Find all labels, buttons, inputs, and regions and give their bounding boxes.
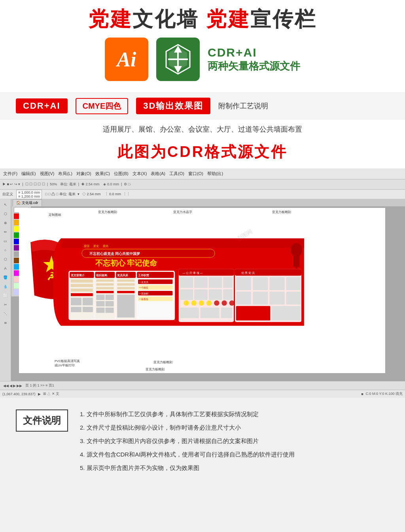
svg-point-78 <box>206 300 212 306</box>
svg-rect-89 <box>253 277 268 291</box>
svg-rect-67 <box>180 277 193 288</box>
tool-shape[interactable]: ▭ <box>1 237 10 245</box>
editor-toolbar2: ▶ ■ ↩ ↪ ▾ | ☐ ☐ ☐ ☐ ☐ | 50% 单位: 毫米 | ◈ 2… <box>0 179 405 190</box>
menu-tools[interactable]: 工具(O) <box>169 171 184 177</box>
svg-rect-41 <box>96 301 104 306</box>
label-acrylic4: 亚克力板雕刻 <box>153 360 172 364</box>
svg-rect-95 <box>286 292 301 305</box>
file-notes-section: 文件说明 1. 文件中所标制作工艺仅供参考，具体制作工艺要根据实际情况制定 2.… <box>0 398 405 489</box>
ai-icon: Ai <box>105 38 148 81</box>
svg-rect-48 <box>117 279 134 282</box>
menu-edit[interactable]: 编辑(E) <box>21 171 36 177</box>
label-acrylic2: 亚克力板雕刻 <box>272 210 291 214</box>
editor-section: 文件(F) 编辑(E) 视图(V) 布局(L) 对象(O) 效果(C) 位图(B… <box>0 168 405 398</box>
tool-eyedrop[interactable]: 💧 <box>1 283 10 291</box>
svg-rect-71 <box>180 289 193 300</box>
svg-rect-28 <box>71 298 81 305</box>
tool-3d[interactable]: ⋱ <box>1 310 10 318</box>
menu-window[interactable]: 窗口(O) <box>188 171 203 177</box>
note-item-3: 3. 文件中的文字和图片内容仅供参考，图片请根据自己的文案和图片 <box>80 436 389 446</box>
svg-text:爱国: 爱国 <box>84 245 89 248</box>
tags-row: CDR+AI CMYE四色 3D输出效果图 附制作工艺说明 <box>0 92 405 120</box>
svg-text:— 公·开·事·项 —: — 公·开·事·项 — <box>182 272 202 274</box>
svg-point-76 <box>191 300 197 306</box>
svg-rect-88 <box>236 277 251 291</box>
tool-fill[interactable]: 🪣 <box>1 274 10 281</box>
menu-effect[interactable]: 效果(C) <box>95 171 110 177</box>
svg-rect-94 <box>269 292 284 305</box>
file-tab[interactable]: 🏠 文化墙.cdr <box>13 199 42 206</box>
info-line1: 适用展厅、展馆、办公室、会议室、大厅、过道等公共墙面布置 <box>103 125 302 133</box>
tool-text[interactable]: A <box>1 264 10 272</box>
svg-rect-90 <box>269 277 284 291</box>
svg-rect-82 <box>180 308 199 318</box>
svg-rect-38 <box>96 291 114 293</box>
menu-help[interactable]: 帮助(出) <box>207 171 223 177</box>
editor-menubar[interactable]: 文件(F) 编辑(E) 视图(V) 布局(L) 对象(O) 效果(C) 位图(B… <box>0 168 405 179</box>
menu-text[interactable]: 文本(X) <box>132 171 147 177</box>
svg-rect-97 <box>272 306 301 321</box>
tag-cdr-ai: CDR+AI <box>16 98 68 113</box>
label-crystal: 亚克力水晶字 <box>173 210 192 214</box>
tool-ellipse[interactable]: ○ <box>1 246 10 254</box>
svg-rect-39 <box>96 295 104 300</box>
svg-text:不忘初心跟党走 同心共筑中国梦: 不忘初心跟党走 同心共筑中国梦 <box>89 251 140 256</box>
svg-point-80 <box>221 300 227 306</box>
top-section: 党建文化墙 党建宣传栏 Ai CDR+AI 两种矢量格式源文件 <box>0 0 405 92</box>
label-acrylic1: 亚克力板雕刻 <box>98 210 117 214</box>
left-tools-panel: ↖ ⬡ ⊕ ✏ ▭ ○ ⬡ A 🪣 💧 ⬜ ✂ ⋱ ≋ <box>0 199 11 381</box>
tool-select[interactable]: ↖ <box>1 201 10 209</box>
tag-note: 附制作工艺说明 <box>218 101 268 111</box>
svg-text:一个岗位: 一个岗位 <box>139 287 148 289</box>
svg-rect-36 <box>96 283 114 286</box>
svg-rect-72 <box>194 289 208 300</box>
dimension-value: ≡ 1,000.0 mm≡ 1,200.0 mm <box>16 190 42 199</box>
svg-text:一名党员: 一名党员 <box>139 281 148 283</box>
svg-rect-27 <box>71 293 93 296</box>
tool-zoom[interactable]: ⊕ <box>1 219 10 227</box>
file-notes-label: 文件说明 <box>16 409 68 432</box>
nav-arrows[interactable]: ◀◀ ◀ ▶ ▶▶ <box>3 384 22 388</box>
svg-rect-50 <box>117 287 134 289</box>
main-title: 党建文化墙 党建宣传栏 <box>16 8 389 30</box>
svg-rect-49 <box>117 283 134 286</box>
menu-bitmap[interactable]: 位图(B) <box>114 171 129 177</box>
note-item-1: 1. 文件中所标制作工艺仅供参考，具体制作工艺要根据实际情况制定 <box>80 409 389 419</box>
tool-blend[interactable]: ≋ <box>1 319 10 327</box>
menu-table[interactable]: 表格(A) <box>151 171 165 177</box>
svg-rect-26 <box>71 289 93 292</box>
format-line2: 两种矢量格式源文件 <box>208 59 300 73</box>
tag-3d: 3D输出效果图 <box>136 98 210 114</box>
party-wall-svg: ☭ 不忘初心跟党走 同心共筑中国梦 爱国 爱党 爱岗 不忘初心 <box>23 219 312 341</box>
svg-text:党员风采: 党员风采 <box>117 274 129 277</box>
tool-polygon[interactable]: ⬡ <box>1 255 10 263</box>
tool-node[interactable]: ⬡ <box>1 210 10 218</box>
menu-file[interactable]: 文件(F) <box>3 171 17 177</box>
menu-view[interactable]: 视图(V) <box>40 171 55 177</box>
status-bar: (1,067.400, 239.837) ▶ ⊞ △ ✕ 文 ■ C:0 M:0… <box>0 390 405 398</box>
menu-object[interactable]: 对象(O) <box>76 171 91 177</box>
svg-rect-30 <box>71 307 81 312</box>
dimension-label: 自定义 <box>2 192 13 197</box>
svg-rect-84 <box>221 308 232 318</box>
toolbar-icons: ▶ ■ ↩ ↪ ▾ | ☐ ☐ ☐ ☐ ☐ | 50% 单位: 毫米 | ◈ 2… <box>2 182 131 187</box>
svg-point-75 <box>184 300 189 306</box>
title-mid: 文化墙 <box>132 8 206 30</box>
tool-interactive[interactable]: ⬜ <box>1 292 10 300</box>
coords-display: (1,067.400, 239.837) <box>2 392 36 396</box>
svg-rect-17 <box>293 256 299 267</box>
svg-rect-25 <box>71 284 93 287</box>
canvas-background: 定制图标 亚克力板雕刻 亚克力水晶字 亚克力板雕刻 <box>19 208 385 373</box>
title-part2: 党建 <box>206 8 250 30</box>
format-line1: CDR+AI <box>208 46 300 59</box>
editor-main: ↖ ⬡ ⊕ ✏ ▭ ○ ⬡ A 🪣 💧 ⬜ ✂ ⋱ ≋ 🏠 文化墙.cdr <box>0 199 405 381</box>
tool-crop[interactable]: ✂ <box>1 301 10 309</box>
menu-layout[interactable]: 布局(L) <box>58 171 72 177</box>
menu-items[interactable]: 文件(F) 编辑(E) 视图(V) 布局(L) 对象(O) 效果(C) 位图(B… <box>3 171 223 177</box>
svg-text:优·秀·党·员: 优·秀·党·员 <box>241 272 255 274</box>
svg-text:爱岗: 爱岗 <box>103 245 108 248</box>
snap-icons: ⊞ △ ✕ 文 <box>43 391 60 396</box>
editor-canvas[interactable]: 🏠 文化墙.cdr 定制图标 亚克力板雕刻 <box>11 199 405 381</box>
note-item-4: 4. 源文件包含CDR和AI两种文件格式，使用者可自行选择自己熟悉的软件进行使用 <box>80 450 389 459</box>
tool-freehand[interactable]: ✏ <box>1 228 10 236</box>
